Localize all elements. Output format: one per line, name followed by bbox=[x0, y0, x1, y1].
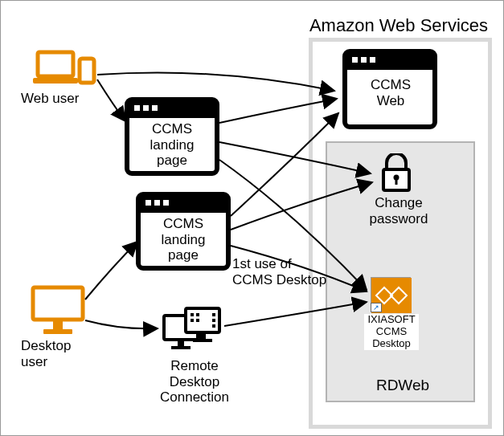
svg-rect-1 bbox=[33, 78, 78, 84]
web-user-icon bbox=[33, 47, 97, 86]
svg-rect-19 bbox=[178, 341, 184, 346]
aws-title: Amazon Web Services bbox=[298, 15, 499, 35]
web-user-label: Web user bbox=[21, 91, 93, 107]
shortcut-arrow-icon: ↗ bbox=[371, 303, 382, 312]
svg-rect-24 bbox=[191, 313, 194, 316]
change-password-label: Change password bbox=[363, 195, 435, 226]
svg-rect-10 bbox=[143, 105, 149, 111]
svg-rect-8 bbox=[127, 113, 217, 118]
first-use-label: 1st use of CCMS Desktop bbox=[232, 256, 329, 287]
svg-rect-33 bbox=[345, 65, 435, 70]
landing-page-1-label: CCMS landing page bbox=[137, 121, 207, 169]
svg-rect-3 bbox=[33, 287, 83, 320]
svg-rect-29 bbox=[212, 319, 215, 322]
svg-rect-28 bbox=[212, 313, 215, 316]
svg-rect-35 bbox=[361, 57, 367, 63]
svg-rect-14 bbox=[138, 208, 228, 213]
svg-rect-30 bbox=[212, 324, 215, 328]
ixiasoft-label: IXIASOFT CCMS Desktop bbox=[364, 314, 419, 350]
svg-rect-22 bbox=[199, 334, 206, 339]
svg-rect-5 bbox=[43, 329, 72, 334]
diagram-canvas: Amazon Web Services Web user Desktop use… bbox=[0, 0, 504, 436]
svg-rect-27 bbox=[196, 319, 199, 322]
svg-rect-36 bbox=[370, 57, 375, 63]
svg-rect-16 bbox=[154, 200, 160, 206]
desktop-user-label: Desktop user bbox=[21, 338, 85, 369]
lock-icon bbox=[379, 153, 414, 194]
svg-rect-2 bbox=[80, 59, 94, 83]
svg-rect-23 bbox=[193, 339, 212, 342]
landing-page-2-label: CCMS landing page bbox=[149, 216, 218, 263]
svg-rect-26 bbox=[191, 319, 194, 322]
svg-rect-15 bbox=[145, 200, 151, 206]
svg-rect-25 bbox=[196, 313, 199, 316]
svg-rect-17 bbox=[163, 200, 169, 206]
remote-desktop-icon bbox=[162, 306, 223, 356]
desktop-user-icon bbox=[29, 283, 87, 336]
svg-rect-0 bbox=[38, 52, 73, 76]
remote-desktop-label: Remote Desktop Connection bbox=[150, 358, 240, 405]
ccms-web-label: CCMS Web bbox=[356, 77, 425, 108]
svg-rect-4 bbox=[53, 321, 63, 329]
svg-rect-20 bbox=[171, 346, 191, 349]
svg-rect-39 bbox=[395, 177, 398, 185]
svg-rect-34 bbox=[352, 57, 358, 63]
svg-rect-11 bbox=[152, 105, 158, 111]
rdweb-label: RDWeb bbox=[371, 377, 435, 394]
svg-rect-9 bbox=[134, 105, 140, 111]
